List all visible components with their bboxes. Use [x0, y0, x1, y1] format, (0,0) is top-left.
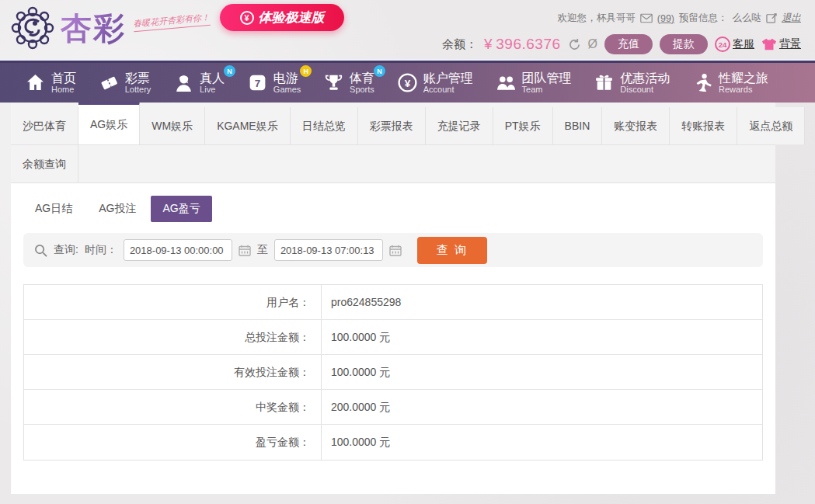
- nav-item-discount[interactable]: 优惠活动 Discount: [594, 71, 670, 94]
- tab-转账报表[interactable]: 转账报表: [670, 107, 737, 144]
- nav-badge-h: H: [300, 65, 312, 77]
- balance-row: 余额： ¥ 396.6376 Ø 充值 提款 24 客服 背景: [442, 34, 801, 54]
- edit-icon[interactable]: [766, 13, 777, 23]
- row-label: 中奖金额：: [24, 390, 322, 424]
- mail-count-link[interactable]: (99): [657, 13, 674, 24]
- recharge-button[interactable]: 充值: [604, 34, 653, 54]
- row-label: 盈亏金额：: [24, 425, 322, 460]
- table-row: 盈亏金额： 100.0000 元: [24, 425, 762, 460]
- page-header: 杏彩 春暖花开杏彩有你！ ¥ 体验极速版 欢迎您，杯具哥哥 (99) 预留信息：…: [0, 0, 815, 61]
- table-row: 总投注金额： 100.0000 元: [24, 320, 762, 355]
- service-24h-icon: 24: [715, 36, 730, 52]
- table-row: 中奖金额： 200.0000 元: [24, 390, 762, 425]
- query-button[interactable]: 查 询: [417, 237, 487, 264]
- nav-item-account[interactable]: ¥ 账户管理 Account: [397, 71, 473, 94]
- nav-label-zh: 性耀之旅: [719, 71, 768, 85]
- svg-text:¥: ¥: [405, 78, 411, 89]
- nav-item-sports[interactable]: 体育 SportsN: [323, 71, 374, 94]
- nav-label-zh: 账户管理: [423, 71, 473, 85]
- team-icon: [496, 72, 517, 93]
- to-label: 至: [257, 243, 268, 257]
- tab-KGAME娱乐[interactable]: KGAME娱乐: [205, 107, 291, 144]
- customer-service-link[interactable]: 24 客服: [715, 36, 754, 52]
- nav-label-en: Account: [423, 85, 473, 94]
- report-tabs-row1: 沙巴体育AG娱乐WM娱乐KGAME娱乐日结总览彩票报表充提记录PT娱乐BBIN账…: [11, 103, 775, 145]
- ticket-icon: [99, 72, 120, 93]
- svg-text:7: 7: [255, 78, 261, 89]
- nav-item-lottery[interactable]: 彩票 Lottery: [99, 71, 152, 94]
- nav-label-en: Home: [51, 85, 76, 94]
- coin-icon: ¥: [240, 11, 254, 25]
- tab-余额查询[interactable]: 余额查询: [11, 145, 78, 182]
- calendar-icon[interactable]: [389, 245, 402, 256]
- games-icon: 7: [247, 72, 268, 93]
- main-nav: 首页 Home 彩票 Lottery 真人 LiveN7 电游 GamesH 体…: [0, 61, 815, 103]
- speed-version-badge[interactable]: ¥ 体验极速版: [220, 4, 344, 31]
- tab-BBIN[interactable]: BBIN: [553, 107, 603, 144]
- tab-WM娱乐[interactable]: WM娱乐: [140, 107, 205, 144]
- withdraw-button[interactable]: 提款: [660, 34, 708, 54]
- row-value: pro624855298: [322, 285, 401, 319]
- tab-返点总额[interactable]: 返点总额: [737, 107, 805, 144]
- logout-link[interactable]: 退出: [782, 12, 801, 25]
- hide-balance-icon[interactable]: Ø: [588, 38, 597, 50]
- reserved-info-value: 么么哒: [733, 12, 762, 25]
- time-label: 时间：: [85, 243, 117, 257]
- lotus-emblem-icon: [11, 6, 54, 50]
- mail-icon[interactable]: [640, 13, 653, 23]
- gift-icon: [594, 72, 615, 93]
- background-link[interactable]: 背景: [761, 37, 801, 51]
- time-to-input[interactable]: [274, 239, 383, 261]
- nav-item-live[interactable]: 真人 LiveN: [173, 71, 225, 94]
- subtab-AG盈亏[interactable]: AG盈亏: [151, 196, 211, 222]
- service-label: 客服: [733, 37, 754, 51]
- nav-label-en: Lottery: [125, 85, 152, 94]
- tab-PT娱乐[interactable]: PT娱乐: [493, 107, 553, 144]
- tab-沙巴体育[interactable]: 沙巴体育: [11, 107, 78, 144]
- balance-amount: ¥ 396.6376: [484, 36, 561, 53]
- brand-tagline: 春暖花开杏彩有你！: [133, 12, 211, 33]
- nav-item-home[interactable]: 首页 Home: [25, 71, 76, 94]
- nav-item-rewards[interactable]: 性耀之旅 Rewards: [692, 71, 768, 94]
- tab-彩票报表[interactable]: 彩票报表: [358, 107, 426, 144]
- report-panel: AG日结AG投注AG盈亏 查询: 时间： 至 查 询 用户名： pro62485…: [11, 183, 775, 494]
- nav-badge-n: N: [374, 65, 385, 77]
- tab-AG娱乐[interactable]: AG娱乐: [78, 102, 140, 144]
- rewards-icon: [692, 72, 713, 93]
- row-label: 用户名：: [24, 285, 322, 319]
- nav-label-zh: 真人: [200, 71, 225, 85]
- sports-icon: [323, 72, 344, 93]
- nav-label-en: Team: [522, 85, 572, 94]
- nav-label-zh: 体育: [350, 71, 374, 85]
- time-from-input[interactable]: [124, 239, 232, 261]
- profit-loss-table: 用户名： pro624855298总投注金额： 100.0000 元有效投注金额…: [23, 284, 763, 461]
- refresh-icon[interactable]: [568, 38, 581, 51]
- nav-label-en: Live: [200, 85, 225, 94]
- subtab-AG投注[interactable]: AG投注: [87, 196, 148, 222]
- search-icon: [34, 244, 47, 257]
- row-value: 100.0000 元: [322, 425, 390, 460]
- tab-账变报表[interactable]: 账变报表: [602, 107, 670, 144]
- nav-label-en: Games: [273, 85, 301, 94]
- live-icon: [173, 72, 194, 93]
- tshirt-icon: [761, 37, 777, 51]
- nav-item-team[interactable]: 团队管理 Team: [496, 71, 572, 94]
- nav-item-games[interactable]: 7 电游 GamesH: [247, 71, 301, 94]
- report-tabs-row2: 余额查询: [11, 145, 775, 183]
- tab-日结总览[interactable]: 日结总览: [291, 107, 358, 144]
- nav-label-zh: 彩票: [125, 71, 152, 85]
- background-label: 背景: [779, 37, 801, 51]
- brand-logo[interactable]: 杏彩 春暖花开杏彩有你！: [11, 6, 211, 50]
- brand-name: 杏彩: [61, 7, 126, 50]
- calendar-icon[interactable]: [239, 245, 251, 256]
- speed-version-label: 体验极速版: [259, 9, 325, 26]
- nav-label-zh: 团队管理: [522, 71, 572, 85]
- tab-充提记录[interactable]: 充提记录: [426, 107, 493, 144]
- subtab-AG日结[interactable]: AG日结: [23, 196, 84, 222]
- nav-label-en: Sports: [350, 85, 374, 94]
- row-value: 100.0000 元: [322, 320, 390, 354]
- nav-label-zh: 电游: [273, 71, 301, 85]
- row-value: 200.0000 元: [322, 390, 390, 424]
- nav-label-en: Rewards: [719, 85, 768, 94]
- balance-label: 余额：: [442, 37, 477, 52]
